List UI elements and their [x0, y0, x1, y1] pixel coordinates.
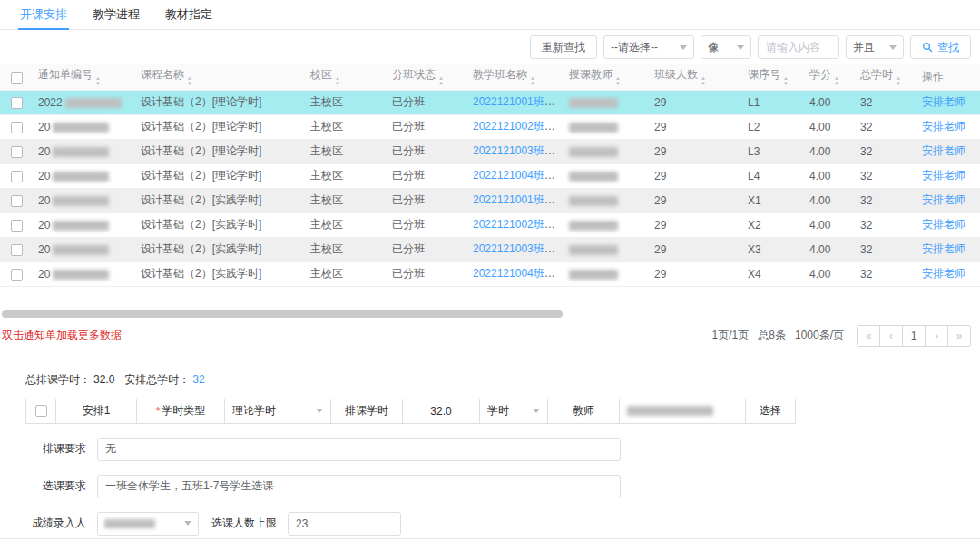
column-header-11[interactable]: 操作: [916, 64, 980, 90]
hour-unit-select[interactable]: 学时: [479, 399, 548, 424]
class-name-link[interactable]: 2022121001班,2022...: [473, 193, 564, 206]
next-page-button[interactable]: ›: [925, 325, 948, 347]
row-checkbox[interactable]: [11, 220, 23, 232]
research-button[interactable]: 重新查找: [530, 35, 597, 59]
chevron-down-icon: [533, 409, 540, 413]
course-sequence-cell: L1: [742, 90, 804, 114]
hour-type-select[interactable]: 理论学时: [224, 399, 331, 424]
table-row[interactable]: 20 设计基础（2）[理论学时] 主校区 已分班 2022121003班,202…: [0, 139, 980, 163]
row-checkbox[interactable]: [11, 97, 23, 109]
last-page-button[interactable]: »: [947, 325, 971, 347]
required-mark: *: [156, 405, 161, 418]
scrollbar-thumb[interactable]: [2, 310, 563, 318]
table-body: 2022 设计基础（2）[理论学时] 主校区 已分班 2022121001班,2…: [0, 90, 980, 286]
column-header-9[interactable]: 学分: [804, 64, 855, 90]
search-toolbar: 重新查找 --请选择-- 像 并且 查找: [0, 30, 980, 64]
column-header-10[interactable]: 总学时: [855, 64, 916, 90]
grade-entry-select[interactable]: [97, 512, 199, 536]
select-all-checkbox[interactable]: [11, 72, 23, 84]
column-header-3[interactable]: 校区: [305, 64, 387, 90]
column-header-8[interactable]: 课序号: [742, 64, 804, 90]
class-name-link[interactable]: 2022121001班,2022...: [473, 95, 564, 108]
column-header-6[interactable]: 授课教师: [564, 64, 649, 90]
table-row[interactable]: 20 设计基础（2）[实践学时] 主校区 已分班 2022121004班,202…: [0, 261, 980, 286]
arranged-hours-label: 安排总学时：: [124, 373, 190, 386]
column-header-2[interactable]: 课程名称: [135, 64, 305, 90]
table-row[interactable]: 20 设计基础（2）[理论学时] 主校区 已分班 2022121004班,202…: [0, 163, 980, 188]
column-header-label: 学分: [809, 68, 831, 81]
horizontal-scrollbar[interactable]: [2, 310, 978, 318]
class-name-link[interactable]: 2022121002班,2022...: [473, 218, 564, 231]
notice-number-cell: 20: [33, 237, 135, 261]
arrange-teacher-link[interactable]: 安排老师: [922, 267, 965, 280]
arrange-teacher-link[interactable]: 安排老师: [922, 169, 965, 182]
arrange-teacher-link[interactable]: 安排老师: [922, 144, 965, 157]
sort-icon[interactable]: [701, 75, 706, 86]
split-status-cell: 已分班: [387, 114, 467, 139]
arrange-teacher-link[interactable]: 安排老师: [922, 242, 965, 255]
table-row[interactable]: 20 设计基础（2）[实践学时] 主校区 已分班 2022121002班,202…: [0, 212, 980, 237]
sort-icon[interactable]: [530, 75, 535, 86]
table-row[interactable]: 2022 设计基础（2）[理论学时] 主校区 已分班 2022121001班,2…: [0, 90, 980, 114]
operator-select[interactable]: 像: [701, 35, 751, 59]
row-checkbox[interactable]: [11, 146, 23, 158]
selection-requirement-input[interactable]: [97, 475, 621, 498]
campus-cell: 主校区: [305, 139, 387, 163]
row-checkbox[interactable]: [11, 122, 23, 133]
row-select-cell: [0, 212, 33, 237]
redacted-notice-number: [65, 98, 122, 108]
arrangement-checkbox[interactable]: [35, 405, 47, 417]
tab-textbook-assignment[interactable]: 教材指定: [152, 0, 225, 29]
row-checkbox[interactable]: [11, 195, 23, 207]
column-header-5[interactable]: 教学班名称: [467, 64, 564, 90]
redacted-teacher-name: [569, 221, 618, 231]
schedule-requirement-input[interactable]: [97, 438, 621, 461]
redacted-teacher-name: [569, 123, 618, 133]
class-name-link[interactable]: 2022121002班,2022...: [473, 120, 564, 133]
teacher-cell: [564, 90, 649, 114]
arrange-teacher-link[interactable]: 安排老师: [922, 95, 965, 108]
class-name-link[interactable]: 2022121004班,2022...: [473, 169, 564, 182]
sort-icon[interactable]: [896, 75, 901, 86]
first-page-button[interactable]: «: [857, 325, 880, 347]
row-select-cell: [0, 188, 33, 212]
column-header-1[interactable]: 通知单编号: [33, 64, 135, 90]
keyword-input[interactable]: [758, 35, 839, 59]
tab-teaching-process[interactable]: 教学进程: [80, 0, 152, 29]
prev-page-button[interactable]: ‹: [879, 325, 903, 347]
current-page-button[interactable]: 1: [902, 325, 926, 347]
logic-select[interactable]: 并且: [846, 35, 904, 59]
table-row[interactable]: 20 设计基础（2）[理论学时] 主校区 已分班 2022121002班,202…: [0, 114, 980, 139]
row-checkbox[interactable]: [11, 269, 23, 281]
row-checkbox[interactable]: [11, 244, 23, 256]
tab-course-arrangement[interactable]: 开课安排: [7, 0, 80, 29]
sort-icon[interactable]: [95, 75, 101, 86]
sort-icon[interactable]: [335, 75, 340, 86]
sort-icon[interactable]: [615, 75, 621, 86]
teacher-label: 教师: [547, 399, 620, 424]
class-name-link[interactable]: 2022121003班,2022...: [473, 242, 564, 255]
field-select[interactable]: --请选择--: [603, 35, 694, 59]
action-cell: 安排老师: [916, 114, 980, 139]
field-select-value: --请选择--: [611, 40, 658, 55]
class-name-link[interactable]: 2022121003班,2022...: [473, 144, 564, 157]
sort-icon[interactable]: [187, 75, 192, 86]
arrange-teacher-link[interactable]: 安排老师: [922, 218, 965, 231]
arrange-teacher-link[interactable]: 安排老师: [922, 120, 965, 133]
column-header-4[interactable]: 分班状态: [387, 64, 467, 90]
search-button[interactable]: 查找: [910, 35, 971, 59]
sort-icon[interactable]: [783, 75, 789, 86]
enrollment-limit-input[interactable]: [288, 512, 401, 536]
campus-cell: 主校区: [305, 212, 387, 237]
class-name-link[interactable]: 2022121004班,2022...: [473, 267, 564, 280]
sort-icon[interactable]: [834, 75, 839, 86]
table-row[interactable]: 20 设计基础（2）[实践学时] 主校区 已分班 2022121001班,202…: [0, 188, 980, 212]
sort-icon[interactable]: [438, 75, 444, 86]
table-empty-space: [0, 287, 980, 310]
table-row[interactable]: 20 设计基础（2）[实践学时] 主校区 已分班 2022121003班,202…: [0, 237, 980, 261]
select-teacher-button[interactable]: 选择: [745, 399, 796, 424]
arrange-teacher-link[interactable]: 安排老师: [922, 193, 965, 206]
column-header-7[interactable]: 班级人数: [649, 64, 742, 90]
hour-type-label-text: 学时类型: [162, 403, 205, 419]
row-checkbox[interactable]: [11, 171, 23, 182]
